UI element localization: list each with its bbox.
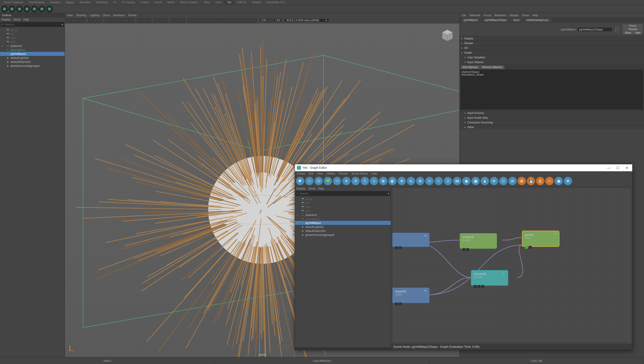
shelf-tab-fx[interactable]: FX	[111, 0, 119, 4]
outliner-item-defaultobjectset[interactable]: ◉defaultObjectSet	[0, 60, 65, 64]
shelf-tab-xgen[interactable]: XGen	[213, 0, 224, 4]
attr-menu-selected[interactable]: Selected	[469, 14, 480, 17]
remove-object-button[interactable]: Remove Object(s)	[480, 65, 505, 69]
node-scatter0[interactable]: scatter0 Scatter ⁘	[460, 233, 497, 249]
attr-show-button[interactable]: Show	[623, 31, 633, 34]
yeti-tool-scatter-icon[interactable]: ⁘	[305, 177, 314, 185]
outliner-item-side[interactable]: 📷side	[0, 40, 65, 44]
attr-nav-up[interactable]	[615, 27, 619, 29]
yeti-tool-shader-icon[interactable]: ◉	[462, 177, 471, 185]
view-cube-gizmo[interactable]	[440, 28, 455, 43]
yeti-comb-icon[interactable]	[16, 6, 23, 12]
yeti-cache-icon[interactable]	[24, 6, 31, 12]
yeti-menu-help[interactable]: Help	[371, 172, 377, 175]
bottom-copy-button[interactable]: Copy Tab	[429, 357, 644, 364]
viewport-tool-safe-icon[interactable]: ▪	[176, 18, 180, 23]
shelf-tab-mash[interactable]: MASH	[165, 0, 177, 4]
viewport-tool-gate-icon[interactable]: ▪	[171, 18, 175, 23]
node-import0[interactable]: import0 Import ◥	[392, 288, 430, 303]
attr-menu-attributes[interactable]: Attributes	[495, 14, 506, 17]
yeti-tool-displacement-icon[interactable]: ▲	[481, 177, 489, 185]
viewport-frame-a[interactable]: 0.00	[259, 18, 268, 22]
yeti-outliner-item-persp[interactable]: 📷persp	[295, 197, 391, 201]
expand-arrow-icon[interactable]: ▸	[2, 52, 3, 55]
yeti-tool-direction-icon[interactable]: ↑	[434, 177, 443, 185]
viewport-menu-lighting[interactable]: Lighting	[90, 14, 100, 17]
attr-section-input-objects[interactable]: ▾Input Objects	[460, 60, 644, 64]
input-object-item[interactable]: pSphereShape1	[462, 70, 642, 73]
outliner-item-globalvolumeaggregate[interactable]: ◉globalVolumeAggregate	[0, 64, 65, 68]
yeti-tool-width-icon[interactable]: ≡	[342, 177, 351, 185]
attr-section-user-variables[interactable]: ▸User Variables	[460, 55, 644, 60]
yeti-tool-lattice-icon[interactable]: ⊞	[517, 177, 526, 185]
attr-nav-down[interactable]	[615, 30, 619, 32]
yeti-outliner-scrollbar[interactable]	[295, 347, 391, 350]
expand-arrow-icon[interactable]: ▸	[297, 222, 298, 224]
viewport-tool-shadows-icon[interactable]: ▪	[130, 18, 134, 23]
outliner-menu-show[interactable]: Show	[14, 18, 21, 21]
shelf-tab-arnold[interactable]: Arnold	[152, 0, 164, 4]
colorspace-dropdown[interactable]: ACES 1.0 SDR-video (sRGB)▾	[284, 18, 329, 22]
attr-menu-display[interactable]: Display	[509, 14, 518, 17]
yeti-outliner-menu-help[interactable]: Help	[318, 187, 324, 190]
viewport-menu-renderer[interactable]: Renderer	[113, 14, 125, 17]
yeti-tool-cache-icon[interactable]: 💾	[527, 177, 535, 185]
viewport-tool-ao-icon[interactable]: ▪	[154, 18, 158, 23]
close-button[interactable]: ✕	[623, 165, 630, 170]
yeti-outliner-item-defaultlightset[interactable]: ◉defaultLightSet	[295, 225, 391, 229]
attr-tab-pgyetimaya1[interactable]: pgYetiMaya1	[461, 18, 481, 22]
yeti-graph-canvas[interactable]: ◥ scatter0 Scatter ⁘ grow0 Grow 🌱	[392, 188, 631, 343]
yeti-tool-transform-icon[interactable]: ⟲	[398, 177, 406, 185]
shelf-tab-renderman-25-2[interactable]: RenderMan 25.2	[264, 0, 288, 4]
viewport-tool-shaded-icon[interactable]: ▪	[115, 18, 119, 23]
viewport-frame-icon[interactable]: ▪	[268, 18, 273, 23]
minimize-button[interactable]: —	[605, 165, 612, 170]
attr-node-name-input[interactable]	[577, 27, 612, 32]
viewport-tool-select-icon[interactable]: ▪	[66, 18, 70, 23]
attr-hide-button[interactable]: Hide	[633, 31, 642, 34]
yeti-tool-script-icon[interactable]: {}	[536, 177, 544, 185]
bottom-load-button[interactable]: Load Attributes	[215, 357, 429, 364]
viewport-tool-resolution-icon[interactable]: ▪	[181, 18, 185, 23]
yeti-menu-utilities[interactable]: Utilities	[326, 172, 335, 175]
maximize-button[interactable]: ☐	[614, 165, 621, 170]
yeti-tool-guide-icon[interactable]: ↗	[351, 177, 360, 185]
viewport-tool-k-icon[interactable]: ▪	[237, 18, 242, 23]
yeti-tool-feather-icon[interactable]: ✲	[564, 177, 572, 185]
yeti-outliner-item-side[interactable]: 📷side	[295, 209, 391, 213]
node-import-partial[interactable]: ◥	[392, 232, 430, 247]
viewport-tool-joint-icon[interactable]: ▪	[142, 18, 146, 23]
yeti-outliner-item-description1[interactable]: ✲description1	[295, 217, 391, 221]
attr-section-i/o[interactable]: ▸I/O	[460, 46, 644, 50]
yeti-tool-braid-icon[interactable]: ⋈	[453, 177, 461, 185]
yeti-outliner-item-top[interactable]: 📷top	[295, 201, 391, 205]
yeti-create-icon[interactable]	[1, 6, 8, 12]
yeti-tool-merge-icon[interactable]: ⊕	[379, 177, 388, 185]
viewport-tool-n-icon[interactable]: ▪	[252, 18, 257, 23]
yeti-tool-scraggle-icon[interactable]: ≈	[425, 177, 434, 185]
expand-arrow-icon[interactable]: ▸	[297, 214, 298, 216]
viewport-tool-e-icon[interactable]: ▪	[208, 18, 212, 23]
node-grow0[interactable]: grow0 Grow 🌱	[522, 230, 559, 247]
outliner-menu-display[interactable]: Display	[2, 18, 11, 21]
yeti-tool-clump-icon[interactable]: ※	[416, 177, 424, 185]
attr-section-input-guide-sets[interactable]: ▸Input Guide Sets	[460, 116, 644, 120]
yeti-outliner-item-globalvolumeaggregate[interactable]: ◉globalVolumeAggregate	[295, 233, 391, 237]
outliner-item-defaultlightset[interactable]: ◉defaultLightSet	[0, 56, 65, 60]
viewport-tool-a-icon[interactable]: ▪	[188, 18, 192, 23]
shelf-tab-curves-surfaces[interactable]: Curves / Surfaces	[1, 0, 26, 4]
shelf-tab-poly-modeling[interactable]: Poly Modeling	[26, 0, 47, 4]
yeti-feather-icon[interactable]	[31, 6, 38, 12]
shelf-tab-vray[interactable]: VRay	[201, 0, 212, 4]
viewport-tool-motion-icon[interactable]: ▪	[159, 18, 163, 23]
viewport-tool-poly-icon[interactable]: ▪	[147, 18, 151, 23]
yeti-settings-icon[interactable]	[46, 6, 53, 12]
shelf-tab-animation[interactable]: Animation	[77, 0, 93, 4]
attr-presets-button[interactable]: Presets	[623, 28, 642, 31]
yeti-tool-instance-icon[interactable]: ⬡	[314, 177, 323, 185]
attr-section-corrective-grooming[interactable]: ▸Corrective Grooming	[460, 120, 644, 125]
add-object-button[interactable]: Add Object(s)	[461, 65, 480, 69]
yeti-outliner-item-front[interactable]: 📷front	[295, 205, 391, 209]
shelf-tab-turtle[interactable]: TURTLE	[234, 0, 249, 4]
shelf-tab-rigging[interactable]: Rigging	[63, 0, 77, 4]
